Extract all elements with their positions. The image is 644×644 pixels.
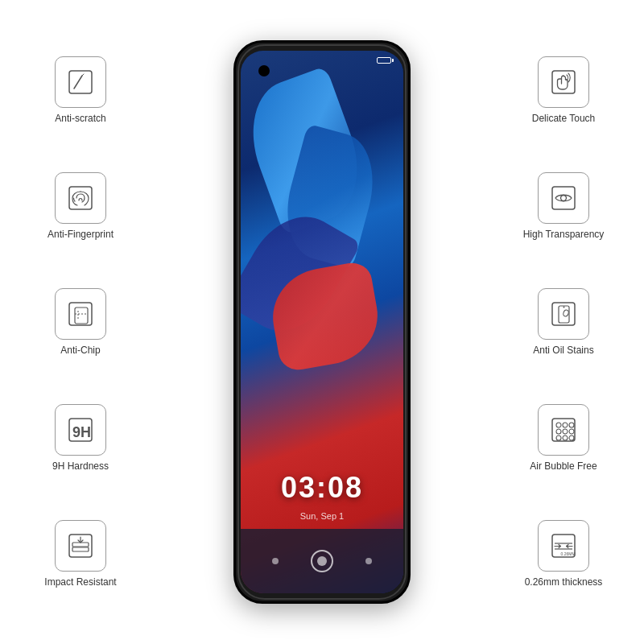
high-transparency-icon-box — [538, 172, 589, 224]
delicate-touch-label: Delicate Touch — [532, 113, 596, 124]
status-bar — [377, 57, 391, 64]
feature-high-transparency: High Transparency — [523, 172, 605, 240]
phone: 03:08 Sun, Sep 1 — [233, 40, 411, 604]
svg-point-29 — [563, 436, 568, 440]
features-left: Anti-scratch Anti-Fingerprint — [16, 0, 145, 644]
punch-hole-camera — [258, 65, 270, 76]
svg-rect-18 — [559, 306, 569, 323]
impact-icon — [66, 531, 95, 560]
svg-rect-0 — [69, 71, 92, 93]
thickness-icon: 0.26MM — [549, 531, 578, 560]
svg-point-24 — [569, 423, 574, 427]
svg-text:9H: 9H — [72, 424, 91, 440]
feature-anti-fingerprint: Anti-Fingerprint — [47, 172, 114, 240]
svg-point-28 — [556, 436, 561, 440]
main-container: Anti-scratch Anti-Fingerprint — [0, 0, 644, 644]
feature-anti-chip: Anti-Chip — [55, 288, 106, 356]
feature-impact-resistant: Impact Resistant — [44, 520, 116, 588]
svg-point-22 — [556, 423, 561, 427]
feature-thickness: 0.26MM 0.26mm thickness — [525, 520, 603, 588]
fingerprint-icon — [66, 184, 95, 213]
feature-anti-oil-stains: Anti Oil Stains — [533, 288, 593, 356]
air-bubble-free-icon-box — [538, 404, 589, 456]
features-right: Delicate Touch High Transparency — [499, 0, 628, 644]
anti-chip-label: Anti-Chip — [60, 345, 100, 356]
delicate-touch-icon-box — [538, 56, 589, 108]
svg-point-23 — [563, 423, 568, 427]
9h-hardness-label: 9H Hardness — [52, 460, 109, 472]
thickness-label: 0.26mm thickness — [525, 576, 603, 588]
air-bubble-free-label: Air Bubble Free — [530, 460, 597, 472]
svg-rect-5 — [75, 308, 88, 324]
bubble-icon — [549, 415, 578, 444]
svg-point-25 — [556, 429, 561, 434]
svg-point-30 — [569, 436, 574, 440]
anti-scratch-label: Anti-scratch — [55, 113, 105, 124]
thickness-icon-box: 0.26MM — [538, 520, 589, 572]
svg-rect-14 — [552, 71, 575, 93]
svg-point-26 — [563, 429, 568, 434]
oil-icon — [549, 299, 578, 328]
touch-icon — [549, 68, 578, 97]
feature-9h-hardness: 9H 9H Hardness — [52, 404, 109, 472]
nav-dot-right — [365, 558, 372, 564]
svg-rect-4 — [69, 303, 92, 325]
9h-hardness-icon-box: 9H — [55, 404, 106, 456]
svg-line-1 — [74, 76, 82, 89]
svg-point-16 — [561, 196, 567, 201]
feature-air-bubble-free: Air Bubble Free — [530, 404, 597, 472]
screen-content: 03:08 Sun, Sep 1 — [241, 51, 403, 593]
nav-dot-left — [272, 558, 279, 564]
anti-chip-icon-box — [55, 288, 106, 340]
impact-resistant-icon-box — [55, 520, 106, 572]
time-display: 03:08 — [281, 471, 363, 505]
anti-scratch-icon-box — [55, 56, 106, 108]
anti-oil-stains-icon-box — [538, 288, 589, 340]
scratch-icon — [66, 68, 95, 97]
feature-delicate-touch: Delicate Touch — [532, 56, 596, 124]
phone-wrapper: 03:08 Sun, Sep 1 — [233, 40, 411, 604]
svg-line-2 — [82, 74, 84, 76]
svg-text:0.26MM: 0.26MM — [560, 551, 575, 556]
anti-fingerprint-icon-box — [55, 172, 106, 224]
svg-point-19 — [564, 307, 565, 308]
svg-rect-12 — [72, 547, 89, 551]
bottom-bar — [241, 529, 403, 593]
9h-icon: 9H — [66, 415, 95, 444]
chip-icon — [66, 299, 95, 328]
high-transparency-label: High Transparency — [523, 229, 605, 240]
phone-screen: 03:08 Sun, Sep 1 — [241, 51, 403, 593]
battery-icon — [377, 57, 391, 64]
feature-anti-scratch: Anti-scratch — [55, 56, 106, 124]
date-display: Sun, Sep 1 — [300, 511, 344, 521]
anti-fingerprint-label: Anti-Fingerprint — [47, 229, 114, 240]
svg-point-27 — [569, 429, 574, 434]
eye-icon — [549, 184, 578, 213]
svg-point-20 — [563, 309, 569, 317]
svg-rect-11 — [72, 543, 89, 547]
anti-oil-stains-label: Anti Oil Stains — [533, 345, 593, 356]
impact-resistant-label: Impact Resistant — [44, 576, 116, 588]
camera-button — [311, 550, 333, 572]
